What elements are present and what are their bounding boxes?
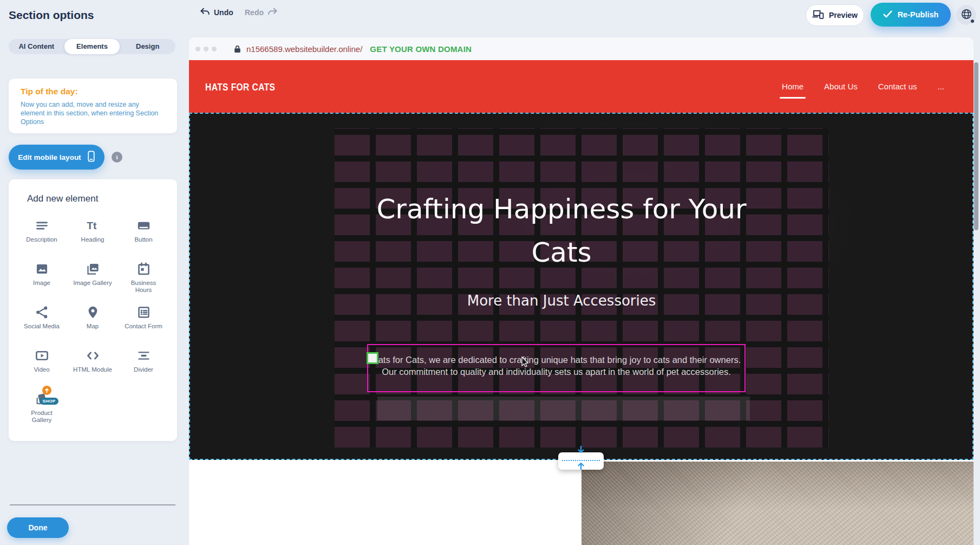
hero-subheading[interactable]: More than Just Accessories (365, 293, 757, 309)
tip-title: Tip of the day: (21, 87, 78, 96)
upgrade-badge-icon (42, 386, 51, 395)
window-dots (195, 47, 217, 51)
site-preview-canvas: n1566589.websitebuilder.online/ GET YOUR… (189, 37, 974, 545)
nav-about-us[interactable]: About Us (824, 82, 858, 95)
description-icon (35, 217, 49, 233)
website-builder-app: Section options Undo Redo Preview Re-Pub… (0, 0, 980, 545)
canvas-scrollbar[interactable] (974, 62, 978, 230)
redo-icon (267, 8, 277, 17)
html-module-icon (86, 347, 100, 364)
element-grid: Description Tt Heading Button Image Imag… (16, 217, 169, 434)
globe-status-dot (970, 19, 975, 23)
element-drag-handle[interactable] (367, 352, 378, 364)
site-url: n1566589.websitebuilder.online/ (246, 44, 362, 54)
social-media-icon (35, 304, 49, 320)
lock-icon (234, 45, 241, 53)
element-description[interactable]: Description (16, 217, 67, 261)
undo-icon (200, 8, 210, 17)
tab-design[interactable]: Design (120, 39, 175, 54)
browser-chrome-bar: n1566589.websitebuilder.online/ GET YOUR… (189, 37, 974, 60)
hero-heading[interactable]: Crafting Happiness for Your Cats (365, 187, 757, 274)
panel-tabs: AI Content Elements Design (9, 39, 175, 54)
next-section[interactable] (189, 460, 974, 545)
drop-zone-highlight (377, 397, 750, 420)
image-icon (35, 261, 49, 277)
element-image[interactable]: Image (16, 261, 67, 304)
site-header: HATS FOR CATS Home About Us Contact us .… (189, 60, 974, 113)
gravel-texture-image (582, 462, 974, 545)
element-divider[interactable]: Divider (118, 347, 169, 391)
edit-mobile-layout-button[interactable]: Edit mobile layout (9, 145, 104, 170)
heading-icon: Tt (86, 217, 100, 233)
site-nav: Home About Us Contact us ... (782, 82, 944, 95)
nav-contact-us[interactable]: Contact us (878, 82, 917, 95)
element-business-hours[interactable]: Business Hours (118, 261, 169, 304)
get-domain-link[interactable]: GET YOUR OWN DOMAIN (370, 44, 472, 54)
language-globe-button[interactable] (956, 5, 976, 25)
republish-button[interactable]: Re-Publish (871, 3, 951, 27)
svg-text:Tt: Tt (87, 220, 97, 231)
section-resize-handle[interactable] (558, 452, 604, 470)
divider-icon (136, 347, 151, 364)
arrow-up-icon (576, 463, 586, 470)
hero-description: Hats for Cats, we are dedicated to craft… (368, 354, 744, 378)
business-hours-icon (136, 261, 151, 277)
redo-button[interactable]: Redo (245, 8, 277, 17)
contact-form-icon (136, 304, 151, 320)
tab-elements[interactable]: Elements (64, 39, 120, 54)
mobile-phone-icon (87, 151, 95, 164)
add-element-title: Add new element (27, 193, 98, 204)
page-title: Section options (9, 9, 94, 22)
product-gallery-icon: SHOP (35, 391, 49, 407)
element-video[interactable]: Video (16, 347, 67, 391)
check-icon (883, 10, 892, 20)
element-heading[interactable]: Tt Heading (67, 217, 118, 261)
element-map[interactable]: Map (67, 304, 118, 347)
element-product-gallery[interactable]: SHOP Product Gallery (16, 391, 67, 434)
devices-icon (812, 10, 824, 21)
resize-dotted-line (562, 460, 600, 461)
done-button[interactable]: Done (7, 517, 69, 538)
mouse-cursor (521, 356, 529, 367)
element-image-gallery[interactable]: Image Gallery (67, 261, 118, 304)
shop-badge: SHOP (40, 398, 59, 405)
video-icon (35, 347, 49, 364)
button-icon (136, 217, 151, 233)
map-icon (86, 304, 100, 320)
element-button[interactable]: Button (118, 217, 169, 261)
undo-button[interactable]: Undo (200, 8, 233, 17)
element-social-media[interactable]: Social Media (16, 304, 67, 347)
info-icon[interactable]: i (112, 152, 122, 163)
add-new-element-card: Add new element Description Tt Heading B… (9, 179, 177, 441)
hero-section-selected[interactable]: Crafting Happiness for Your Cats More th… (189, 113, 974, 460)
nav-home[interactable]: Home (782, 82, 803, 95)
tip-body: Now you can add, move and resize any ele… (21, 100, 162, 126)
element-contact-form[interactable]: Contact Form (118, 304, 169, 347)
image-gallery-icon (86, 261, 100, 277)
site-logo[interactable]: HATS FOR CATS (205, 81, 275, 93)
tip-of-the-day-card: Tip of the day: Now you can add, move an… (9, 79, 177, 133)
element-html-module[interactable]: HTML Module (67, 347, 118, 391)
tab-ai-content[interactable]: AI Content (9, 39, 64, 54)
arrow-down-icon (576, 446, 586, 453)
nav-more-ellipsis[interactable]: ... (937, 82, 944, 95)
panel-divider (10, 504, 175, 505)
preview-button[interactable]: Preview (806, 4, 864, 26)
selected-description-element[interactable]: Hats for Cats, we are dedicated to craft… (367, 344, 746, 392)
